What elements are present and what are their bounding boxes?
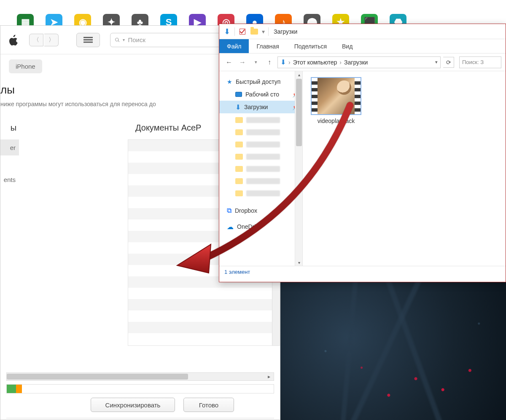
search-input[interactable] (127, 36, 232, 44)
divider (268, 27, 269, 36)
down-arrow-icon: ⬇ (280, 58, 286, 66)
storage-segment (7, 385, 16, 393)
device-pill[interactable]: iPhone (9, 59, 42, 73)
sidebar-label: Dropbox (235, 207, 257, 214)
storage-segment (22, 385, 274, 393)
nav-forward-button[interactable]: 〉 (44, 34, 59, 46)
explorer-titlebar[interactable]: ⬇ ▾ Загрузки (219, 24, 506, 39)
download-icon: ⬇ (235, 103, 241, 111)
sidebar-label: Рабочий сто (245, 91, 279, 98)
nav-up-button[interactable]: ↑ (264, 57, 275, 68)
sidebar-label: OneDrive (237, 223, 262, 230)
folder-icon (250, 27, 258, 36)
sync-button[interactable]: Синхронизировать (91, 398, 175, 412)
nav-back-button[interactable]: 〈 (29, 34, 43, 46)
divider (6, 418, 274, 418)
sidebar-onedrive[interactable]: ☁ OneDrive (219, 220, 302, 233)
refresh-button[interactable]: ⟳ (443, 57, 454, 68)
explorer-sidebar: ★ Быстрый доступ Рабочий сто 📌 ⬇ Загрузк… (219, 71, 303, 266)
checkbox-icon[interactable] (238, 27, 247, 36)
explorer-body: ★ Быстрый доступ Рабочий сто 📌 ⬇ Загрузк… (219, 71, 506, 266)
breadcrumb-bar[interactable]: ⬇ › Этот компьютер › Загрузки ▾ (277, 56, 441, 68)
nav-forward-button[interactable]: → (237, 57, 248, 68)
app-list-item[interactable]: er (0, 139, 19, 155)
file-item[interactable]: videoplayback (309, 77, 363, 124)
ribbon-tabs: Файл Главная Поделиться Вид (219, 39, 506, 54)
video-thumbnail (311, 77, 361, 115)
chevron-down-icon: ▾ (123, 37, 125, 42)
sidebar-downloads[interactable]: ⬇ Загрузки 📌 (219, 101, 302, 113)
storage-bar (6, 384, 274, 393)
tab-file[interactable]: Файл (219, 39, 249, 53)
explorer-status-bar: 1 элемент (219, 266, 506, 278)
sidebar-scrollbar[interactable]: ▴ ▾ (295, 71, 302, 266)
explorer-window: ⬇ ▾ Загрузки Файл Главная Поделиться Вид… (219, 24, 506, 282)
status-text: 1 элемент (224, 269, 250, 275)
tab-home[interactable]: Главная (249, 39, 286, 53)
breadcrumb-item[interactable]: Этот компьютер (293, 59, 337, 66)
nav-back-button[interactable]: ← (223, 57, 234, 68)
app-list-item[interactable] (0, 203, 19, 219)
sidebar-item-blurred[interactable] (235, 139, 302, 150)
app-list-item[interactable] (0, 187, 19, 203)
file-name-label: videoplayback (309, 118, 363, 124)
sidebar-item-blurred[interactable] (235, 188, 302, 199)
chevron-down-icon[interactable]: ▾ (435, 59, 438, 65)
storage-segment (16, 385, 22, 393)
monitor-icon (235, 92, 242, 97)
sidebar-item-blurred[interactable] (235, 115, 302, 126)
window-title: Загрузки (274, 28, 297, 35)
onedrive-icon: ☁ (227, 223, 234, 231)
view-list-button[interactable] (76, 33, 100, 47)
tab-share[interactable]: Поделиться (287, 39, 334, 53)
breadcrumb-item[interactable]: Загрузки (344, 59, 368, 66)
dropbox-icon: ⧉ (227, 207, 231, 214)
sidebar-item-blurred[interactable] (235, 163, 302, 174)
star-icon: ★ (227, 78, 232, 85)
tab-view[interactable]: Вид (334, 39, 360, 53)
sidebar-quick-access[interactable]: ★ Быстрый доступ (219, 75, 302, 88)
divider (234, 27, 235, 36)
nav-recent-button[interactable]: ▾ (250, 57, 261, 68)
sidebar-item-blurred[interactable] (235, 127, 302, 138)
done-button[interactable]: Готово (183, 398, 234, 412)
explorer-search-field[interactable]: Поиск: З (459, 56, 501, 68)
sidebar-dropbox[interactable]: ⧉ Dropbox (219, 204, 302, 217)
svg-rect-2 (83, 41, 93, 43)
svg-rect-1 (83, 39, 93, 40)
horizontal-scrollbar[interactable]: ▸ (6, 372, 274, 381)
app-list-item[interactable]: ents (0, 171, 19, 187)
app-list-item[interactable] (0, 155, 19, 171)
svg-rect-0 (83, 37, 93, 38)
itunes-nav-arrows: 〈 〉 (29, 34, 59, 46)
desktop-wallpaper (280, 282, 506, 420)
down-arrow-icon[interactable]: ⬇ (223, 27, 231, 36)
sidebar-item-blurred[interactable] (235, 176, 302, 187)
apple-logo-icon (8, 34, 20, 46)
sidebar-item-blurred[interactable] (235, 151, 302, 162)
itunes-search-field[interactable]: ▾ (110, 33, 237, 47)
explorer-content[interactable]: videoplayback (303, 71, 506, 266)
sidebar-label: Быстрый доступ (236, 78, 280, 85)
apps-header: ы (0, 120, 19, 139)
apps-column: ы er ents (0, 120, 19, 372)
sidebar-label: Загрузки (244, 104, 268, 110)
address-bar-row: ← → ▾ ↑ ⬇ › Этот компьютер › Загрузки ▾ … (219, 54, 506, 71)
sidebar-desktop[interactable]: Рабочий сто 📌 (219, 88, 302, 101)
